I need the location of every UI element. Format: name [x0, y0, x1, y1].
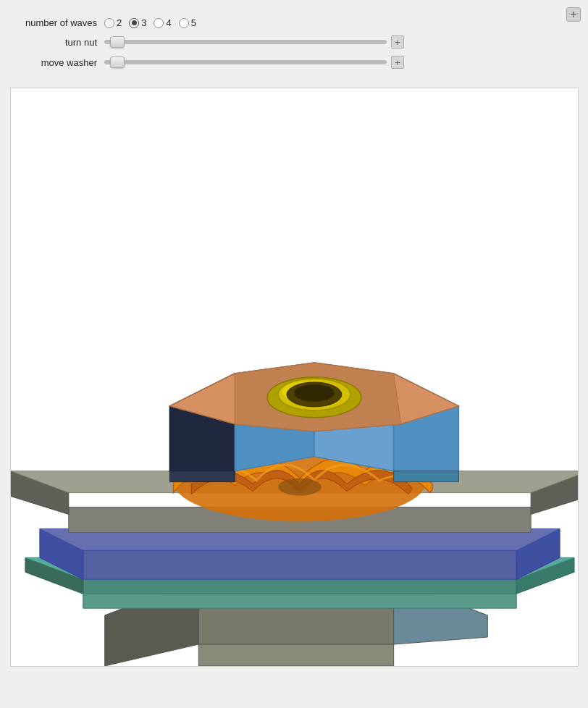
move-washer-thumb[interactable] — [110, 56, 125, 68]
turn-nut-plus-button[interactable]: + — [391, 35, 404, 49]
main-container: + number of waves 2 3 4 — [0, 0, 588, 708]
svg-point-18 — [278, 479, 322, 496]
move-washer-slider-container: + — [104, 56, 578, 69]
svg-marker-23 — [169, 471, 235, 482]
turn-nut-slider-container: + — [104, 35, 578, 49]
waves-control-row: number of waves 2 3 4 5 — [10, 17, 578, 28]
waves-radio-group: 2 3 4 5 — [104, 17, 196, 28]
top-plus-button[interactable]: + — [566, 7, 581, 22]
turn-nut-track[interactable] — [104, 40, 387, 44]
radio-item-2[interactable]: 2 — [104, 17, 122, 28]
svg-marker-9 — [83, 550, 516, 579]
radio-item-5[interactable]: 5 — [179, 17, 196, 28]
radio-label-3: 3 — [141, 17, 146, 28]
svg-point-31 — [294, 384, 335, 402]
radio-item-3[interactable]: 3 — [129, 17, 146, 28]
middle-platform-purple — [40, 528, 560, 579]
svg-marker-24 — [394, 471, 459, 482]
radio-label-4: 4 — [166, 17, 171, 28]
move-washer-track[interactable] — [104, 60, 387, 64]
move-washer-label: move washer — [10, 57, 104, 68]
turn-nut-label: turn nut — [10, 37, 104, 48]
turn-nut-thumb[interactable] — [110, 36, 125, 48]
radio-label-2: 2 — [117, 17, 122, 28]
move-washer-row: move washer + — [10, 56, 578, 69]
nut-center-hole — [267, 377, 361, 418]
3d-scene-svg — [11, 88, 578, 666]
radio-circle-3[interactable] — [129, 18, 139, 28]
radio-item-4[interactable]: 4 — [154, 17, 171, 28]
waves-label: number of waves — [10, 17, 104, 28]
svg-marker-4 — [83, 594, 516, 608]
3d-view-panel[interactable] — [10, 88, 579, 667]
radio-circle-4[interactable] — [154, 18, 164, 28]
radio-circle-2[interactable] — [104, 18, 114, 28]
radio-label-5: 5 — [191, 17, 196, 28]
controls-area: number of waves 2 3 4 5 — [10, 10, 578, 83]
svg-marker-5 — [83, 579, 516, 594]
radio-circle-5[interactable] — [179, 18, 189, 28]
turn-nut-row: turn nut + — [10, 35, 578, 49]
svg-marker-3 — [198, 644, 393, 666]
move-washer-plus-button[interactable]: + — [391, 56, 404, 69]
